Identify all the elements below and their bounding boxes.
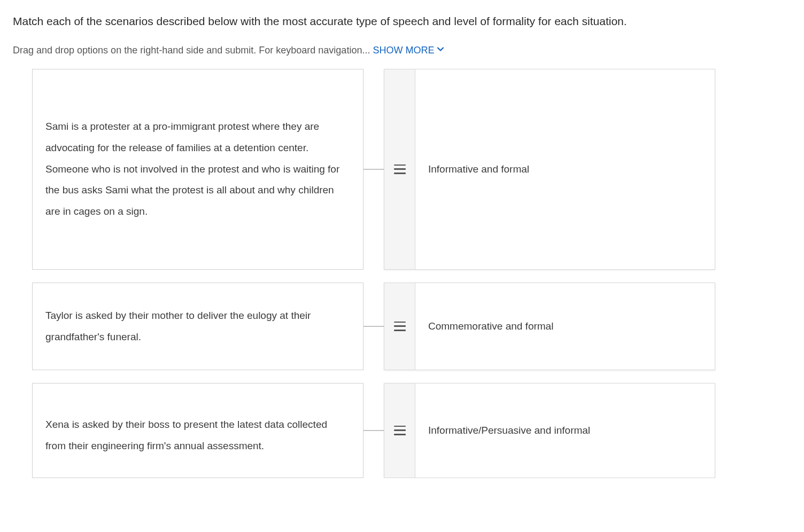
chevron-down-icon (436, 45, 445, 56)
scenario-box: Xena is asked by their boss to present t… (32, 383, 364, 478)
match-row: Sami is a protester at a pro-immigrant p… (32, 69, 791, 270)
scenario-text: Taylor is asked by their mother to deliv… (45, 305, 350, 348)
drag-handle-icon (394, 165, 406, 174)
answer-box[interactable]: Informative/Persuasive and informal (384, 383, 715, 478)
drag-handle[interactable] (384, 384, 415, 478)
connector-line (364, 326, 384, 327)
question-text: Match each of the scenarios described be… (13, 13, 791, 30)
instructions-text: Drag and drop options on the right-hand … (13, 45, 373, 56)
answer-box[interactable]: Informative and formal (384, 69, 715, 270)
drag-handle[interactable] (384, 69, 415, 269)
scenario-box: Sami is a protester at a pro-immigrant p… (32, 69, 364, 270)
connector-line (364, 169, 384, 170)
drag-handle-icon (394, 426, 406, 435)
instructions-line: Drag and drop options on the right-hand … (13, 45, 791, 56)
scenario-text: Xena is asked by their boss to present t… (45, 414, 350, 457)
match-row: Xena is asked by their boss to present t… (32, 383, 791, 478)
connector-line (364, 430, 384, 431)
answer-box[interactable]: Commemorative and formal (384, 283, 715, 370)
answer-text: Informative and formal (415, 69, 715, 269)
matching-area: Sami is a protester at a pro-immigrant p… (13, 69, 791, 478)
scenario-text: Sami is a protester at a pro-immigrant p… (45, 116, 350, 222)
drag-handle-icon (394, 322, 406, 331)
answer-text: Commemorative and formal (415, 283, 715, 370)
answer-text: Informative/Persuasive and informal (415, 384, 715, 478)
match-row: Taylor is asked by their mother to deliv… (32, 283, 791, 370)
show-more-label: SHOW MORE (373, 45, 434, 56)
drag-handle[interactable] (384, 283, 415, 370)
scenario-box: Taylor is asked by their mother to deliv… (32, 283, 364, 370)
show-more-toggle[interactable]: SHOW MORE (373, 45, 445, 56)
